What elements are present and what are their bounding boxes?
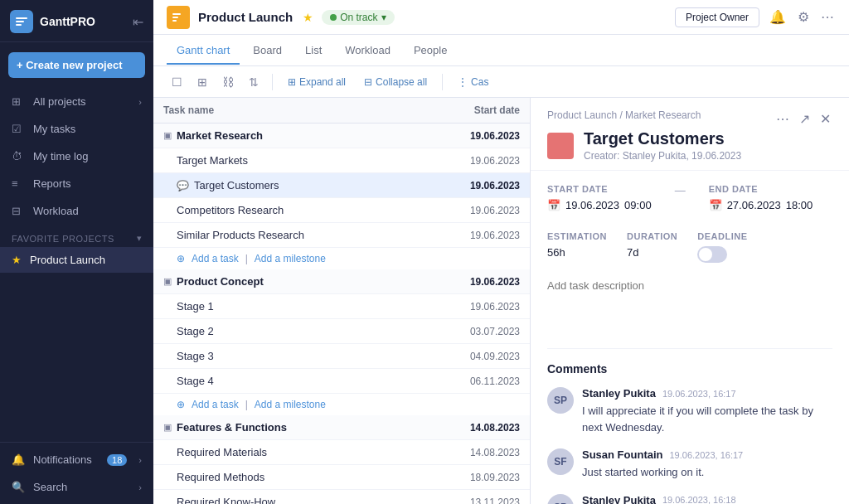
- add-task-row[interactable]: ⊕ Add a task | Add a milestone: [153, 248, 530, 269]
- sidebar-item-all-projects[interactable]: ⊞ All projects ›: [0, 88, 153, 115]
- estimation-value: 56h: [547, 246, 607, 259]
- sidebar-header: GanttPRO ⇤: [0, 0, 153, 42]
- filter-icon[interactable]: ⊞: [192, 72, 212, 92]
- sidebar-item-workload[interactable]: ⊟ Workload: [0, 197, 153, 225]
- add-task-label[interactable]: Add a task: [192, 253, 239, 264]
- project-owner-button[interactable]: Project Owner: [675, 7, 759, 27]
- project-star-icon[interactable]: ★: [303, 11, 313, 24]
- task-name: Required Methods: [177, 471, 454, 483]
- task-group-product-concept[interactable]: ▣ Product Concept 19.06.2023: [153, 269, 530, 294]
- comment-author: Susan Fountain: [582, 448, 663, 461]
- deadline-field: Deadline: [697, 231, 747, 263]
- add-milestone-label[interactable]: Add a milestone: [255, 253, 326, 264]
- table-row[interactable]: Stage 3 04.09.2023: [153, 344, 530, 369]
- table-row[interactable]: Required Methods 18.09.2023: [153, 465, 530, 490]
- table-header: Task name Start date: [153, 98, 530, 124]
- sidebar-item-my-tasks[interactable]: ☑ My tasks: [0, 115, 153, 143]
- table-row[interactable]: 💬 Target Customers 19.06.2023: [153, 173, 530, 198]
- checkbox-icon[interactable]: ☐: [167, 72, 187, 92]
- table-row[interactable]: Required Know-How 13.11.2023: [153, 490, 530, 504]
- group-date: 14.08.2023: [454, 422, 520, 434]
- deadline-toggle[interactable]: [697, 246, 727, 263]
- expand-all-button[interactable]: ⊞ Expand all: [281, 73, 352, 91]
- add-task-label[interactable]: Add a task: [192, 399, 239, 410]
- sidebar-item-label: Reports: [33, 177, 71, 190]
- panel-actions: ⋯ ↗ ✕: [774, 109, 832, 128]
- task-group-market-research[interactable]: ▣ Market Research 19.06.2023: [153, 124, 530, 148]
- sidebar-item-reports[interactable]: ≡ Reports: [0, 170, 153, 197]
- end-time[interactable]: 18:00: [786, 199, 813, 211]
- panel-title-section: Target Customers Creator: Stanley Pukita…: [547, 129, 741, 162]
- table-row[interactable]: Similar Products Research 19.06.2023: [153, 223, 530, 248]
- task-group-features[interactable]: ▣ Features & Functions 14.08.2023: [153, 415, 530, 440]
- table-row[interactable]: Stage 4 06.11.2023: [153, 369, 530, 394]
- collapse-label: Collapse all: [376, 76, 427, 88]
- sort-icon[interactable]: ⇅: [244, 72, 264, 92]
- tab-board[interactable]: Board: [243, 37, 292, 65]
- task-date: 13.11.2023: [454, 497, 520, 505]
- star-icon: ★: [12, 254, 22, 266]
- estimation-field: Estimation 56h: [547, 231, 607, 259]
- sidebar-item-label: Product Launch: [30, 254, 105, 266]
- table-row[interactable]: Stage 2 03.07.2023: [153, 319, 530, 344]
- estimation[interactable]: 56h: [547, 246, 565, 259]
- start-time[interactable]: 09:00: [624, 199, 652, 211]
- group-name: Market Research: [177, 129, 454, 142]
- table-row[interactable]: Required Materials 14.08.2023: [153, 440, 530, 465]
- start-date[interactable]: 19.06.2023: [565, 199, 619, 211]
- bell-icon: 🔔: [12, 453, 25, 466]
- tab-workload[interactable]: Workload: [335, 37, 400, 65]
- more-options-icon[interactable]: ⋯: [774, 109, 791, 128]
- notifications-label: Notifications: [33, 453, 92, 466]
- separator: |: [245, 399, 248, 410]
- close-icon[interactable]: ✕: [818, 109, 832, 128]
- collapse-all-button[interactable]: ⊟ Collapse all: [357, 73, 434, 91]
- task-date: 14.08.2023: [454, 447, 520, 458]
- duration[interactable]: 7d: [627, 246, 638, 259]
- status-dot: [330, 14, 337, 21]
- task-table: Task name Start date ▣ Market Research 1…: [153, 98, 531, 504]
- tab-gantt-chart[interactable]: Gantt chart: [167, 37, 240, 65]
- avatar: SF: [547, 448, 574, 475]
- task-name: Stage 4: [177, 375, 454, 387]
- start-date-value: 📅 19.06.2023 09:00: [547, 199, 652, 211]
- settings-icon-btn[interactable]: ⚙: [796, 7, 811, 27]
- status-badge[interactable]: On track ▾: [322, 10, 394, 25]
- sidebar-item-my-time-log[interactable]: ⏱ My time log: [0, 143, 153, 170]
- create-project-button[interactable]: + Create new project: [8, 52, 145, 78]
- comment-meta: Susan Fountain 19.06.2023, 16:17: [582, 448, 832, 461]
- task-name: Stage 2: [177, 325, 454, 337]
- more-icon-btn[interactable]: ⋯: [819, 7, 836, 27]
- notifications-icon-btn[interactable]: 🔔: [768, 7, 788, 27]
- tab-list[interactable]: List: [295, 37, 332, 65]
- panel-header: Product Launch / Market Research Target …: [531, 98, 849, 171]
- table-row[interactable]: Competitors Research 19.06.2023: [153, 198, 530, 223]
- link-icon[interactable]: ⛓: [217, 72, 239, 92]
- task-detail-panel: Product Launch / Market Research Target …: [531, 98, 849, 504]
- sidebar: GanttPRO ⇤ + Create new project ⊞ All pr…: [0, 0, 153, 504]
- task-description-input[interactable]: [547, 279, 832, 329]
- nav-tabs: Gantt chart Board List Workload People: [153, 35, 849, 66]
- comment-content: Susan Fountain 19.06.2023, 16:17 Just st…: [582, 448, 832, 481]
- table-row[interactable]: Target Markets 19.06.2023: [153, 148, 530, 173]
- sidebar-item-product-launch[interactable]: ★ Product Launch: [0, 247, 153, 273]
- table-row[interactable]: Stage 1 19.06.2023: [153, 294, 530, 319]
- end-date[interactable]: 27.06.2023: [727, 199, 781, 211]
- sidebar-collapse-btn[interactable]: ⇤: [133, 14, 143, 30]
- task-name: Stage 3: [177, 350, 454, 362]
- task-name: Target Customers: [194, 179, 454, 191]
- avatar: SP: [547, 494, 574, 505]
- share-icon[interactable]: ↗: [798, 109, 812, 128]
- tab-people[interactable]: People: [404, 37, 457, 65]
- start-date-label: Start date: [547, 184, 652, 194]
- panel-header-content: Product Launch / Market Research Target …: [547, 109, 741, 162]
- svg-rect-3: [172, 13, 181, 15]
- custom-fields-button[interactable]: ⋮ Cas: [451, 73, 495, 91]
- sidebar-item-search[interactable]: 🔍 Search ›: [0, 473, 153, 501]
- sidebar-item-notifications[interactable]: 🔔 Notifications 18 ›: [0, 446, 153, 473]
- add-task-row-2[interactable]: ⊕ Add a task | Add a milestone: [153, 394, 530, 415]
- comment-time: 19.06.2023, 16:17: [662, 389, 736, 399]
- add-milestone-label[interactable]: Add a milestone: [255, 399, 326, 410]
- task-date: 19.06.2023: [454, 180, 520, 191]
- favorites-collapse-icon[interactable]: ▾: [137, 233, 143, 244]
